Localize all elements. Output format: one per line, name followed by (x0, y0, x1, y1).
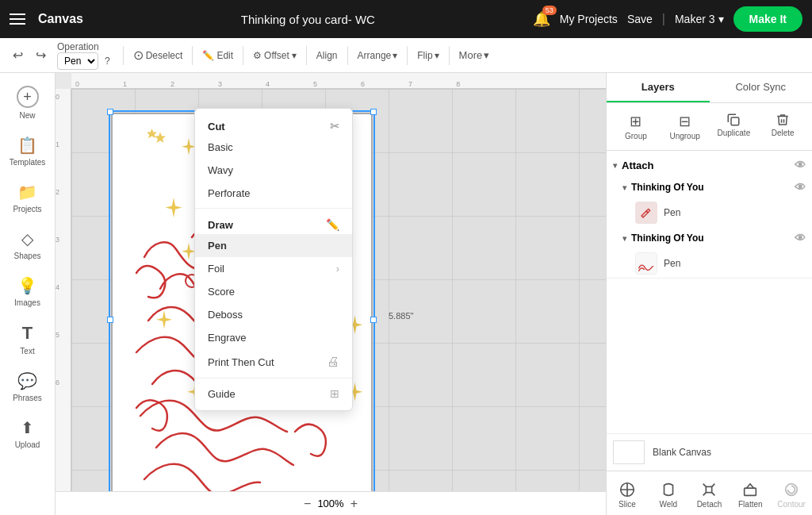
svg-rect-5 (731, 117, 739, 125)
menu-item-engrave[interactable]: Engrave (195, 326, 352, 349)
tab-layers[interactable]: Layers (607, 73, 710, 102)
canvas-area[interactable]: 0 1 2 3 4 5 6 7 8 0 1 2 3 4 5 6 (56, 73, 606, 515)
flatten-tool[interactable]: Flatten (730, 478, 771, 512)
group-button[interactable]: ⊞ Group (613, 110, 659, 144)
layer-subgroup-1: ▾ Thinking Of You 👁 Pen (607, 176, 812, 227)
flip-button[interactable]: Flip ▾ (417, 50, 439, 61)
detach-tool[interactable]: Detach (689, 478, 730, 512)
sidebar-item-templates[interactable]: 📋 Templates (4, 129, 52, 173)
ruler-horizontal: 0 1 2 3 4 5 6 7 8 (71, 73, 606, 89)
tab-color-sync[interactable]: Color Sync (710, 73, 813, 102)
save-link[interactable]: Save (627, 13, 653, 25)
deselect-button[interactable]: ⊙ Deselect (133, 48, 183, 63)
blank-canvas-thumbnail (613, 440, 645, 464)
main-area: + New 📋 Templates 📁 Projects ◇ Shapes 💡 … (0, 73, 812, 515)
attach-visibility-toggle[interactable]: 👁 (795, 159, 806, 171)
my-projects-link[interactable]: My Projects (560, 13, 618, 25)
offset-button[interactable]: ⚙ Offset ▾ (253, 50, 297, 61)
thinking-of-you-2-visibility[interactable]: 👁 (795, 232, 806, 244)
cut-section-header: Cut ✂ (195, 113, 352, 136)
layers-list: ▾ Attach 👁 ▾ Thinking Of You 👁 (607, 151, 812, 433)
align-button[interactable]: Align (316, 50, 338, 61)
menu-item-pen[interactable]: Pen (195, 234, 352, 257)
menu-item-score[interactable]: Score (195, 280, 352, 303)
machine-selector[interactable]: Maker 3 ▾ (675, 13, 724, 25)
panel-actions: ⊞ Group ⊟ Ungroup Duplicate Delete (607, 103, 812, 151)
slice-tool[interactable]: Slice (607, 478, 648, 512)
sidebar-item-shapes[interactable]: ◇ Shapes (4, 223, 52, 267)
sidebar-item-upload[interactable]: ⬆ Upload (4, 412, 52, 455)
layer-group-attach: ▾ Attach 👁 ▾ Thinking Of You 👁 (607, 154, 812, 279)
toolbar2: ↩ ↪ Operation Pen ? ⊙ Deselect ✏️ Edit ⚙… (0, 38, 812, 73)
zoom-bar: − 100% + (56, 491, 606, 515)
sidebar-item-projects[interactable]: 📁 Projects (4, 176, 52, 220)
svg-rect-9 (745, 488, 756, 495)
weld-tool[interactable]: Weld (648, 478, 689, 512)
menu-item-deboss[interactable]: Deboss (195, 303, 352, 326)
sidebar-item-images[interactable]: 💡 Images (4, 270, 52, 313)
left-sidebar: + New 📋 Templates 📁 Projects ◇ Shapes 💡 … (0, 73, 56, 515)
zoom-level: 100% (317, 498, 343, 509)
draw-section-header: Draw ✏️ (195, 212, 352, 234)
hamburger-menu[interactable] (10, 13, 25, 25)
arrange-button[interactable]: Arrange ▾ (358, 50, 398, 61)
operation-help[interactable]: ? (102, 54, 113, 68)
contour-tool[interactable]: Contour (771, 478, 812, 512)
undo-button[interactable]: ↩ (8, 44, 28, 66)
delete-button[interactable]: Delete (760, 110, 806, 144)
sidebar-item-phrases[interactable]: 💬 Phrases (4, 365, 52, 409)
ungroup-button[interactable]: ⊟ Ungroup (662, 110, 708, 144)
menu-item-print-then-cut[interactable]: Print Then Cut 🖨 (195, 349, 352, 375)
notification-bell[interactable]: 🔔 53 (533, 10, 550, 28)
more-button[interactable]: More ▾ (459, 49, 490, 61)
thinking-of-you-2-header[interactable]: ▾ Thinking Of You 👁 (616, 227, 812, 249)
blank-canvas-label: Blank Canvas (653, 447, 711, 458)
project-title: Thinking of you card- WC (96, 13, 520, 26)
menu-item-perforate[interactable]: Perforate (195, 182, 352, 205)
edit-button[interactable]: ✏️ Edit (202, 50, 233, 61)
thinking-of-you-1-header[interactable]: ▾ Thinking Of You 👁 (616, 176, 812, 198)
thinking-of-you-1-visibility[interactable]: 👁 (795, 181, 806, 194)
zoom-in-button[interactable]: + (350, 497, 358, 511)
pen-layer-2[interactable]: Pen (616, 249, 812, 278)
redo-button[interactable]: ↪ (31, 44, 51, 66)
menu-item-guide[interactable]: Guide ⊞ (195, 382, 352, 405)
right-panel: Layers Color Sync ⊞ Group ⊟ Ungroup Dupl… (606, 73, 812, 515)
menu-item-basic[interactable]: Basic (195, 136, 352, 159)
menu-item-foil[interactable]: Foil › (195, 257, 352, 280)
bottom-tools: Slice Weld Detach Flatten Contour (607, 471, 812, 515)
svg-rect-8 (707, 486, 712, 492)
make-it-button[interactable]: Make It (733, 6, 802, 32)
blank-canvas-row: Blank Canvas (607, 433, 812, 471)
dimension-label: 5.885" (389, 311, 606, 321)
menu-item-wavy[interactable]: Wavy (195, 159, 352, 182)
attach-group-header[interactable]: ▾ Attach 👁 (607, 154, 812, 176)
layer-subgroup-2: ▾ Thinking Of You 👁 Pen (607, 227, 812, 278)
zoom-out-button[interactable]: − (304, 497, 311, 511)
sidebar-item-text[interactable]: T Text (4, 317, 52, 362)
operation-dropdown: Cut ✂ Basic Wavy Perforate Draw ✏️ Pen F… (194, 108, 353, 411)
duplicate-button[interactable]: Duplicate (711, 110, 757, 144)
app-logo: Canvas (38, 12, 83, 26)
panel-tabs: Layers Color Sync (607, 73, 812, 103)
operation-select[interactable]: Pen (57, 52, 98, 70)
topbar: Canvas Thinking of you card- WC 🔔 53 My … (0, 0, 812, 38)
ruler-vertical: 0 1 2 3 4 5 6 (56, 89, 71, 491)
pen-layer-1[interactable]: Pen (616, 198, 812, 227)
sidebar-item-new[interactable]: + New (4, 79, 52, 126)
